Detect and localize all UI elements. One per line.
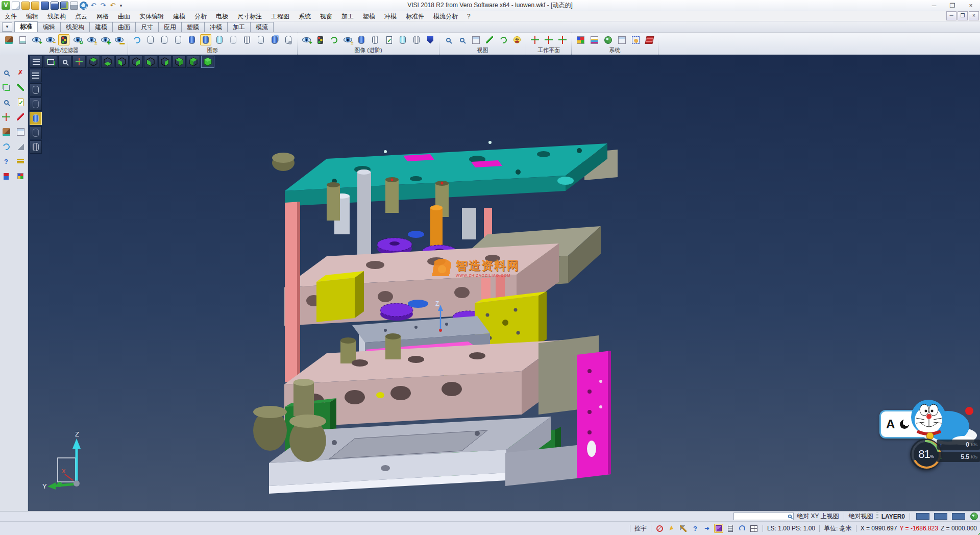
workplane-align-icon[interactable] <box>543 34 554 45</box>
undo-icon[interactable]: ↶ <box>89 2 97 10</box>
hatched-cylinder-icon[interactable] <box>241 34 253 45</box>
cyan-column-icon[interactable] <box>397 34 408 45</box>
menu-mesh[interactable]: 网格 <box>92 11 113 21</box>
workplane-view-icon[interactable] <box>557 34 568 45</box>
zoom-plusminus-icon[interactable] <box>1 96 12 108</box>
view-cube-mode-icon[interactable] <box>714 524 723 533</box>
shaded-cylinder-icon[interactable] <box>200 34 211 45</box>
show-advanced-icon[interactable]: + <box>301 34 312 45</box>
wireframe-cylinder-icon[interactable] <box>145 34 156 45</box>
context-help-icon[interactable]: ? <box>691 524 700 533</box>
zoom-all-icon[interactable] <box>456 34 468 45</box>
cube-front-view-icon[interactable] <box>144 56 157 68</box>
delete-sketch-icon[interactable]: ✗ <box>15 67 26 78</box>
desktop-overlay-widget[interactable]: A <box>879 403 980 474</box>
hatched-mode-icon[interactable] <box>30 140 42 154</box>
refresh-visibility-icon[interactable]: ↻ <box>72 34 83 45</box>
hide-entities-icon[interactable]: − <box>44 34 56 45</box>
color-palette-icon[interactable] <box>575 34 586 45</box>
hidden-line-cylinder-icon[interactable] <box>159 34 170 45</box>
color-swatch-2[interactable] <box>934 513 947 520</box>
tab-machining[interactable]: 加工 <box>227 22 251 32</box>
measure-pen-icon[interactable] <box>484 34 495 45</box>
window-layout-icon[interactable] <box>15 126 26 137</box>
menu-machining[interactable]: 加工 <box>337 11 358 21</box>
copy-cylinder-icon[interactable] <box>269 34 280 45</box>
smiley-render-icon[interactable] <box>511 34 523 45</box>
maximize-button[interactable]: ❐ <box>943 0 962 11</box>
menu-mold[interactable]: 塑模 <box>358 11 380 21</box>
toggle-advanced-icon[interactable]: ± <box>342 34 353 45</box>
blue-column-icon[interactable] <box>356 34 367 45</box>
refresh-view-small-icon[interactable] <box>1 141 12 152</box>
tab-die[interactable]: 冲模 <box>204 22 228 32</box>
check-column-icon[interactable] <box>383 34 395 45</box>
viewport-menu-icon[interactable] <box>30 56 43 68</box>
select-arrow-icon[interactable] <box>667 524 676 533</box>
cube-bottom-view-icon[interactable] <box>101 56 114 68</box>
refresh-view-icon[interactable] <box>498 34 509 45</box>
open-project-icon[interactable] <box>31 2 39 10</box>
qat-dropdown-icon[interactable]: ▾ <box>118 2 124 10</box>
save-as-icon[interactable] <box>51 2 59 10</box>
auto-rotate-icon[interactable] <box>738 524 747 533</box>
transparent-mode-icon[interactable] <box>30 126 42 139</box>
minimize-button[interactable]: ─ <box>925 0 943 11</box>
shaded-mode-icon[interactable] <box>30 112 42 125</box>
menu-window[interactable]: 视窗 <box>315 11 337 21</box>
tab-modeling[interactable]: 建模 <box>89 22 113 32</box>
menu-system[interactable]: 系统 <box>294 11 315 21</box>
cube-top-view-icon[interactable] <box>87 56 100 68</box>
visibility-search-icon[interactable] <box>1 67 12 78</box>
move-axes-icon[interactable] <box>1 111 12 123</box>
show-entities-icon[interactable]: + <box>31 34 42 45</box>
redo-icon[interactable]: ↷ <box>99 2 107 10</box>
units-indicator[interactable]: 单位: 毫米 <box>824 524 852 533</box>
open-file-icon[interactable] <box>21 2 30 10</box>
palette-small-icon[interactable] <box>15 171 26 182</box>
mdi-close-button[interactable]: × <box>969 11 979 20</box>
print-icon[interactable] <box>70 2 78 10</box>
spline-pen-icon[interactable] <box>15 82 26 93</box>
curve-edit-icon[interactable] <box>15 111 26 123</box>
shaded-cube-icon[interactable] <box>15 141 26 152</box>
menu-file[interactable]: 文件 <box>0 11 21 21</box>
cylinder-settings-icon[interactable] <box>283 34 294 45</box>
tab-dimension[interactable]: 尺寸 <box>135 22 159 32</box>
menu-surface[interactable]: 曲面 <box>113 11 135 21</box>
globe-icon[interactable] <box>970 513 978 520</box>
traffic-light-advanced-icon[interactable] <box>314 34 326 45</box>
display-menu-icon[interactable] <box>30 69 42 82</box>
tab-wireframe[interactable]: 线架构 <box>60 22 90 32</box>
menu-dimension[interactable]: 尺寸标注 <box>233 11 266 21</box>
menu-standard-parts[interactable]: 标准件 <box>401 11 429 21</box>
menu-pointcloud[interactable]: 点云 <box>70 11 92 21</box>
cube-left-view-icon[interactable] <box>115 56 129 68</box>
system-settings-icon[interactable] <box>602 34 614 45</box>
import-arrow-icon[interactable]: ➜ <box>702 524 712 533</box>
ghost-cylinder-icon[interactable] <box>228 34 239 45</box>
hide-all-icon[interactable]: ▬ <box>113 34 125 45</box>
cube-iso2-view-icon[interactable] <box>187 56 200 68</box>
close-button[interactable]: × <box>962 0 980 11</box>
build-hammer-icon[interactable] <box>679 524 688 533</box>
mdi-minimize-button[interactable]: ─ <box>946 11 957 20</box>
transparent-cylinder-icon[interactable] <box>214 34 225 45</box>
menu-drawing[interactable]: 工程图 <box>266 11 294 21</box>
color-swatch-3[interactable] <box>952 513 965 520</box>
window-tools-icon[interactable] <box>616 34 627 45</box>
scale-indicator[interactable]: LS: 1.00 PS: 1.00 <box>767 525 815 532</box>
layer-indicator[interactable]: LAYER0 <box>881 513 905 520</box>
mdi-restore-button[interactable]: ❐ <box>958 11 968 20</box>
menu-help[interactable]: ? <box>462 11 475 21</box>
no-entry-icon[interactable] <box>655 524 665 533</box>
cube-shaded-view-icon[interactable] <box>201 56 214 68</box>
view-mode-label[interactable]: 绝对 XY 上视图 <box>797 512 839 521</box>
menu-wireframe[interactable]: 线架构 <box>43 11 70 21</box>
zoom-window-icon[interactable] <box>443 34 454 45</box>
window-split-icon[interactable] <box>749 524 758 533</box>
show-all-icon[interactable]: ✚ <box>100 34 111 45</box>
checkbox-confirm-icon[interactable] <box>15 96 26 108</box>
wireframe-mode-icon[interactable] <box>30 83 42 96</box>
refresh-advanced-icon[interactable] <box>328 34 339 45</box>
